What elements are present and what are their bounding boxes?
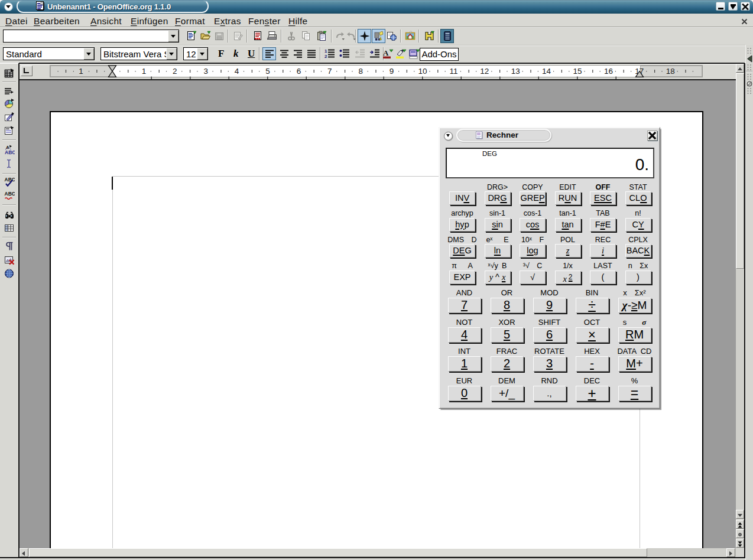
svg-text:9: 9: [390, 67, 394, 76]
svg-text:2: 2: [324, 54, 327, 58]
svg-text:ABC: ABC: [5, 177, 15, 183]
svg-text:4: 4: [235, 67, 239, 76]
svg-text:2: 2: [173, 67, 177, 76]
svg-text:16: 16: [604, 67, 613, 76]
svg-text:12: 12: [480, 67, 489, 76]
svg-text:5: 5: [265, 67, 270, 76]
svg-text:8: 8: [358, 67, 363, 76]
svg-text:13: 13: [511, 67, 520, 76]
svg-text:1: 1: [79, 67, 83, 76]
svg-text:14: 14: [542, 67, 551, 76]
svg-text:ABC: ABC: [5, 191, 15, 197]
svg-text:6: 6: [297, 67, 301, 76]
svg-text:10: 10: [418, 67, 427, 76]
svg-text:3: 3: [203, 67, 208, 76]
svg-text:ABC: ABC: [5, 149, 15, 155]
svg-text:1: 1: [142, 67, 147, 76]
svg-text:15: 15: [573, 67, 582, 76]
svg-text:11: 11: [449, 67, 457, 76]
svg-text:7: 7: [327, 67, 332, 76]
svg-text:18: 18: [666, 67, 675, 76]
svg-text:A: A: [383, 48, 389, 57]
